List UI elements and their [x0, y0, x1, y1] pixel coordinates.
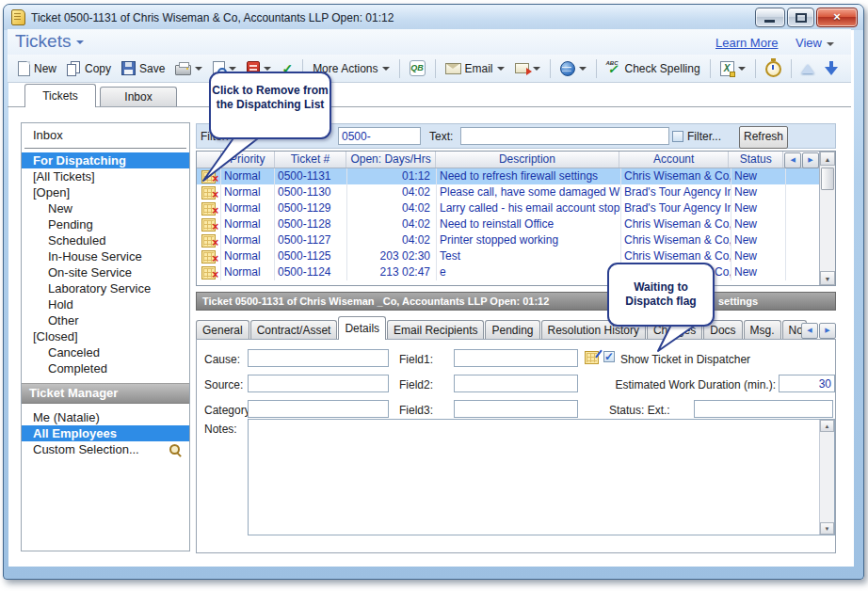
tab-contract-asset[interactable]: Contract/Asset: [250, 320, 338, 339]
globe-icon: [560, 61, 575, 76]
learn-more-link[interactable]: Learn More: [715, 36, 778, 50]
column-header-status[interactable]: Status: [729, 152, 783, 168]
sidebar-item-laboratory-service[interactable]: Laboratory Service: [22, 280, 189, 296]
web-button[interactable]: [557, 59, 589, 78]
sidebar-item-for-dispatching[interactable]: For Dispatching: [22, 152, 189, 168]
quickbooks-button[interactable]: QB: [407, 58, 428, 78]
print-button[interactable]: [172, 59, 205, 77]
maximize-icon: [796, 13, 807, 23]
previous-ticket-button[interactable]: [798, 62, 817, 75]
column-header-description[interactable]: Description: [436, 152, 619, 168]
notes-input[interactable]: ▲ ▼: [248, 419, 835, 535]
scroll-down-button[interactable]: ▼: [820, 522, 834, 535]
column-header-ticket[interactable]: Ticket #: [275, 152, 347, 168]
filter-checkbox[interactable]: [672, 131, 683, 142]
status-ext-input[interactable]: [694, 400, 833, 418]
category-label: Category:: [204, 404, 253, 417]
scroll-right-button[interactable]: ▶: [802, 152, 819, 168]
table-row[interactable]: Normal 0500-1127 04:02 Printer stopped w…: [197, 232, 819, 248]
sidebar-item-custom-selection[interactable]: Custom Selection...: [22, 441, 189, 457]
tab-general[interactable]: General: [196, 320, 249, 339]
email-button[interactable]: Email: [442, 60, 507, 77]
tabs-scroll-right-button[interactable]: ▶: [819, 323, 836, 339]
sidebar-item-all-tickets[interactable]: [All Tickets]: [22, 168, 189, 184]
sidebar-item-completed[interactable]: Completed: [22, 360, 189, 376]
dispatcher-remove-icon[interactable]: [201, 234, 216, 248]
dispatcher-remove-icon[interactable]: [201, 218, 216, 232]
show-in-dispatcher-checkbox[interactable]: [603, 351, 615, 362]
dispatcher-remove-icon[interactable]: [201, 266, 216, 280]
table-header-row: Priority Ticket # Open: Days/Hrs Descrip…: [197, 152, 819, 168]
toolbar-separator: [435, 59, 436, 78]
notes-scrollbar[interactable]: ▲ ▼: [819, 420, 834, 535]
dispatcher-flag-icon[interactable]: [585, 351, 599, 364]
sidebar-item-in-house-service[interactable]: In-House Service: [22, 248, 189, 264]
save-button[interactable]: Save: [119, 59, 168, 77]
maximize-button[interactable]: [787, 8, 814, 27]
dispatcher-remove-icon[interactable]: [201, 186, 216, 200]
ticket-number-filter-input[interactable]: [338, 127, 421, 145]
dispatcher-remove-icon[interactable]: [201, 202, 216, 216]
module-menu-caret[interactable]: [76, 40, 84, 44]
table-row[interactable]: Normal 0500-1125 203 02:30 Test Chris Wi…: [197, 248, 819, 264]
ticket-manager-header: Ticket Manager: [22, 383, 189, 404]
tab-msg[interactable]: Msg.: [744, 320, 781, 339]
sidebar-item-open[interactable]: [Open]: [22, 184, 189, 200]
scroll-left-button[interactable]: ◀: [784, 152, 801, 168]
check-spelling-button[interactable]: Check Spelling: [603, 59, 703, 78]
sidebar-item-scheduled[interactable]: Scheduled: [22, 232, 189, 248]
tabs-scroll-left-button[interactable]: ◀: [801, 323, 818, 339]
sidebar-item-canceled[interactable]: Canceled: [22, 344, 189, 360]
sidebar-item-all-employees[interactable]: All Employees: [22, 425, 189, 441]
dispatcher-remove-icon[interactable]: [201, 250, 216, 264]
table-vertical-scrollbar[interactable]: ▲ ▼: [819, 152, 835, 285]
category-input[interactable]: [248, 400, 389, 418]
sidebar-item-pending[interactable]: Pending: [22, 216, 189, 232]
sidebar-item-other[interactable]: Other: [22, 312, 189, 328]
table-row[interactable]: Normal 0500-1124 213 02:47 e Chris Wisem…: [197, 264, 819, 280]
scroll-up-button[interactable]: ▲: [820, 420, 834, 432]
tab-email-recipients[interactable]: Email Recipients: [387, 320, 484, 339]
sidebar-item-hold[interactable]: Hold: [22, 296, 189, 312]
field1-input[interactable]: [454, 349, 578, 367]
sidebar-item-closed[interactable]: [Closed]: [22, 328, 189, 344]
callout-remove-from-dispatching: Click to Remove from the Dispatching Lis…: [209, 72, 331, 139]
column-header-account[interactable]: Account: [619, 152, 729, 168]
quickbooks-icon: QB: [410, 60, 426, 76]
column-header-priority[interactable]: Priority: [221, 152, 275, 168]
source-input[interactable]: [248, 375, 389, 392]
send-ticket-button[interactable]: [512, 61, 543, 75]
copy-button[interactable]: Copy: [64, 59, 114, 77]
timer-button[interactable]: [763, 57, 784, 79]
new-button[interactable]: New: [15, 59, 59, 78]
table-row[interactable]: Normal 0500-1131 01:12 Need to refresh f…: [197, 168, 819, 184]
scroll-up-button[interactable]: ▲: [820, 152, 835, 166]
column-header-open[interactable]: Open: Days/Hrs: [346, 152, 436, 168]
sidebar-item-on-site-service[interactable]: On-site Service: [22, 264, 189, 280]
tab-inbox[interactable]: Inbox: [100, 87, 177, 106]
tab-tickets[interactable]: Tickets: [24, 84, 96, 107]
sidebar-item-new[interactable]: New: [22, 200, 189, 216]
export-excel-button[interactable]: X: [717, 59, 748, 78]
scrollbar-thumb[interactable]: [821, 168, 834, 190]
view-menu[interactable]: View: [796, 36, 834, 50]
field2-input[interactable]: [454, 375, 578, 392]
next-ticket-button[interactable]: [822, 59, 841, 77]
dispatcher-remove-icon[interactable]: [201, 170, 216, 184]
text-filter-input[interactable]: [460, 127, 669, 145]
scroll-down-button[interactable]: ▼: [820, 271, 835, 285]
close-button[interactable]: ×: [816, 8, 858, 27]
estimated-duration-input[interactable]: [779, 375, 835, 392]
minimize-button[interactable]: [755, 8, 785, 27]
sidebar-item-inbox[interactable]: Inbox: [22, 123, 189, 148]
cause-input[interactable]: [248, 349, 389, 367]
field3-input[interactable]: [454, 400, 578, 418]
table-row[interactable]: Normal 0500-1130 04:02 Please call, have…: [197, 184, 819, 200]
column-header-icon[interactable]: [197, 152, 221, 168]
table-row[interactable]: Normal 0500-1128 04:02 Need to reinstall…: [197, 216, 819, 232]
tab-pending[interactable]: Pending: [485, 320, 539, 339]
sidebar-item-me-natalie[interactable]: Me (Natalie): [22, 409, 189, 425]
refresh-button[interactable]: Refresh: [739, 126, 788, 149]
table-row[interactable]: Normal 0500-1129 04:02 Larry called - hi…: [197, 200, 819, 216]
tab-details[interactable]: Details: [338, 316, 386, 340]
